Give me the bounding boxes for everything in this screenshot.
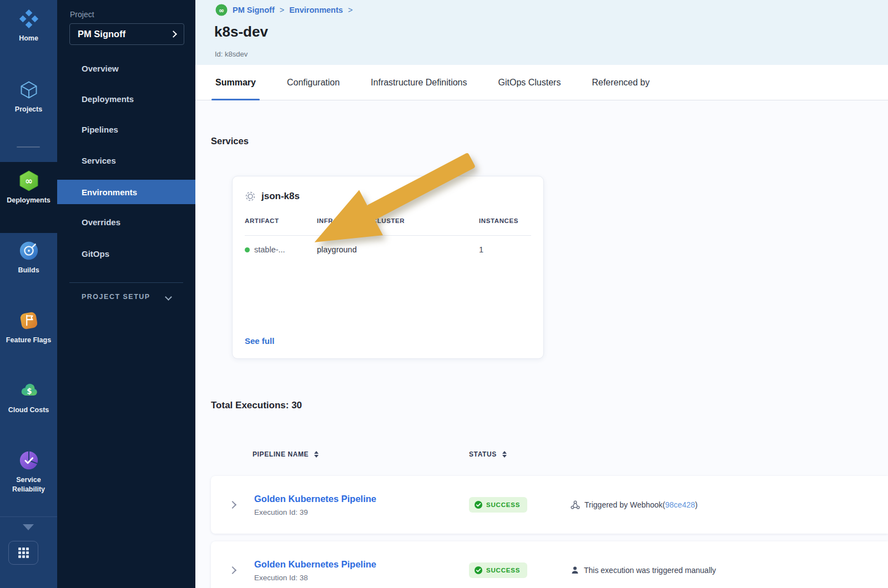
module-label: Home	[19, 34, 38, 43]
webhook-hash-link[interactable]: 98ce428	[665, 500, 695, 509]
module-footer-divider	[0, 516, 57, 517]
pipeline-link[interactable]: Golden Kubernetes Pipeline	[254, 559, 469, 570]
person-icon	[571, 566, 579, 575]
execution-id: Execution Id: 39	[254, 508, 469, 516]
module-sidebar: Home Projects ∞ Deployments	[0, 0, 57, 588]
trigger-text: This execution was triggered manually	[584, 566, 716, 575]
pipeline-link[interactable]: Golden Kubernetes Pipeline	[254, 494, 469, 504]
status-badge: SUCCESS	[469, 562, 527, 578]
column-instances: INSTANCES	[479, 217, 531, 224]
breadcrumb: ∞ PM Signoff > Environments >	[215, 4, 352, 16]
sort-icon[interactable]	[502, 451, 507, 458]
service-table-row[interactable]: stable-... playground 1	[245, 245, 531, 254]
tab-infrastructure-definitions[interactable]: Infrastructure Definitions	[371, 65, 467, 100]
artifact-value: stable-...	[254, 245, 285, 254]
module-switcher-button[interactable]	[8, 541, 38, 565]
sidebar-item-deployments-nav[interactable]: Deployments	[57, 89, 195, 109]
tab-configuration[interactable]: Configuration	[287, 65, 340, 100]
webhook-icon	[571, 500, 580, 510]
breadcrumb-project-link[interactable]: PM Signoff	[233, 6, 275, 14]
module-label: Feature Flags	[6, 336, 51, 345]
tab-gitops-clusters[interactable]: GitOps Clusters	[498, 65, 561, 100]
tab-summary[interactable]: Summary	[215, 65, 256, 100]
status-header-label: STATUS	[469, 450, 497, 458]
chevron-down-icon	[165, 293, 172, 301]
service-name: json-k8s	[261, 191, 300, 202]
check-circle-icon	[475, 501, 482, 509]
svg-text:∞: ∞	[24, 175, 32, 186]
sidebar-item-overrides[interactable]: Overrides	[57, 212, 195, 232]
trigger-suffix: )	[695, 500, 698, 509]
execution-id: Execution Id: 38	[254, 574, 469, 582]
service-card[interactable]: json-k8s ARTIFACT INFRA / GITOPS CLUSTER…	[232, 176, 544, 359]
service-reliability-icon	[18, 449, 40, 472]
sidebar-item-gitops[interactable]: GitOps	[57, 244, 195, 263]
module-label: Cloud Costs	[8, 405, 49, 415]
trigger-text: Triggered by Webhook(98ce428)	[584, 500, 698, 509]
total-executions-label: Total Executions: 30	[211, 400, 302, 411]
module-label: Projects	[15, 105, 42, 114]
nav-label: Overview	[82, 64, 119, 73]
page-title: k8s-dev	[214, 23, 268, 40]
chevron-down-icon[interactable]	[23, 524, 34, 530]
sidebar-item-service-reliability[interactable]: Service Reliability	[0, 449, 57, 494]
cloud-costs-icon: $	[18, 379, 40, 402]
expand-chevron-icon[interactable]	[211, 502, 254, 508]
environment-icon: ∞	[215, 4, 228, 16]
column-infra-gitops-cluster: INFRA / GITOPS CLUSTER	[317, 217, 479, 224]
instances-value: 1	[479, 245, 531, 254]
breadcrumb-separator: >	[280, 6, 284, 14]
grid-icon	[18, 548, 29, 558]
app-window: Home Projects ∞ Deployments	[0, 0, 888, 588]
sidebar-divider	[69, 282, 183, 283]
sidebar-item-builds[interactable]: Builds	[0, 240, 57, 275]
module-divider	[17, 146, 40, 148]
sidebar-item-overview[interactable]: Overview	[57, 58, 195, 78]
tab-bar: Summary Configuration Infrastructure Def…	[195, 65, 888, 100]
pipeline-name-header-label: PIPELINE NAME	[253, 450, 309, 458]
nav-label: GitOps	[82, 249, 109, 258]
project-name: PM Signoff	[78, 29, 125, 39]
column-status[interactable]: STATUS	[469, 450, 507, 458]
breadcrumb-environments-link[interactable]: Environments	[289, 6, 343, 14]
execution-row[interactable]: Golden Kubernetes Pipeline Execution Id:…	[211, 541, 888, 588]
home-icon	[18, 8, 40, 30]
status-text: SUCCESS	[486, 501, 520, 508]
module-label: Builds	[18, 266, 39, 275]
project-setup-toggle[interactable]: PROJECT SETUP	[82, 293, 171, 301]
sidebar-item-projects[interactable]: Projects	[0, 79, 57, 114]
entity-id: Id: k8sdev	[215, 50, 248, 58]
sort-icon[interactable]	[314, 451, 319, 458]
projects-icon	[18, 79, 40, 101]
deployments-icon: ∞	[18, 170, 40, 192]
infra-cluster-value: playground	[317, 245, 479, 254]
sidebar-item-deployments[interactable]: ∞ Deployments	[0, 170, 57, 205]
module-label: Deployments	[7, 196, 51, 205]
nav-label: Pipelines	[82, 125, 118, 134]
column-artifact: ARTIFACT	[245, 217, 317, 224]
summary-content: Services json-k8s ARTIFACT INFRA / GITOP…	[195, 100, 888, 588]
sidebar-item-pipelines[interactable]: Pipelines	[57, 119, 195, 139]
see-full-link[interactable]: See full	[245, 336, 274, 346]
service-table-header: ARTIFACT INFRA / GITOPS CLUSTER INSTANCE…	[245, 217, 531, 224]
expand-chevron-icon[interactable]	[211, 567, 254, 573]
nav-label: Environments	[82, 187, 137, 197]
execution-row[interactable]: Golden Kubernetes Pipeline Execution Id:…	[211, 476, 888, 534]
project-section-label: Project	[70, 10, 94, 19]
tab-referenced-by[interactable]: Referenced by	[592, 65, 649, 100]
svg-text:$: $	[27, 387, 32, 396]
sidebar-item-feature-flags[interactable]: Feature Flags	[0, 310, 57, 345]
services-heading: Services	[211, 136, 249, 146]
sidebar-item-services[interactable]: Services	[57, 150, 195, 170]
nav-label: Services	[82, 156, 116, 165]
project-selector[interactable]: PM Signoff	[69, 23, 184, 45]
column-pipeline-name[interactable]: PIPELINE NAME	[253, 450, 319, 458]
project-sidebar: Project PM Signoff Overview Deployments …	[57, 0, 195, 588]
sidebar-item-cloud-costs[interactable]: $ Cloud Costs	[0, 379, 57, 415]
gear-icon	[245, 191, 256, 202]
sidebar-item-home[interactable]: Home	[0, 8, 57, 43]
breadcrumb-separator: >	[348, 6, 352, 14]
svg-text:∞: ∞	[219, 7, 224, 14]
sidebar-item-environments[interactable]: Environments	[57, 180, 195, 204]
status-dot	[245, 247, 250, 252]
